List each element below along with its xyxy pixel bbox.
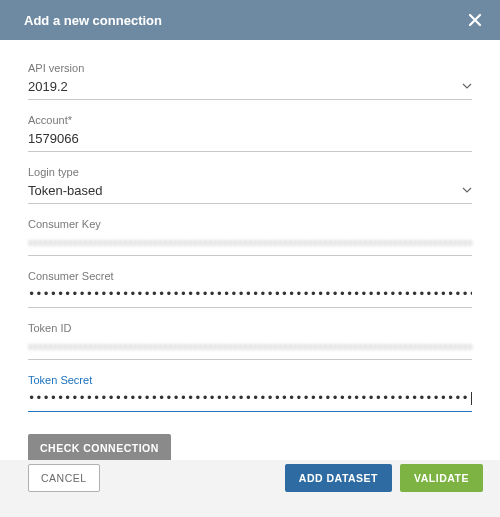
dialog-body: API version 2019.2 Account* 1579066 Logi… <box>0 40 500 460</box>
dialog-title: Add a new connection <box>24 13 162 28</box>
login-type-label: Login type <box>28 166 472 178</box>
field-token-secret: Token Secret •••••••••••••••••••••••••••… <box>28 374 472 412</box>
token-id-value: xxxxxxxxxxxxxxxxxxxxxxxxxxxxxxxxxxxxxxxx… <box>28 341 472 352</box>
token-secret-label: Token Secret <box>28 374 472 386</box>
validate-button[interactable]: VALIDATE <box>400 464 483 492</box>
field-login-type: Login type Token-based <box>28 166 472 204</box>
cancel-button[interactable]: CANCEL <box>28 464 100 492</box>
add-dataset-button[interactable]: ADD DATASET <box>285 464 392 492</box>
field-api-version: API version 2019.2 <box>28 62 472 100</box>
consumer-key-input[interactable]: xxxxxxxxxxxxxxxxxxxxxxxxxxxxxxxxxxxxxxxx… <box>28 233 472 256</box>
account-value: 1579066 <box>28 131 79 146</box>
field-token-id: Token ID xxxxxxxxxxxxxxxxxxxxxxxxxxxxxxx… <box>28 322 472 360</box>
consumer-key-value: xxxxxxxxxxxxxxxxxxxxxxxxxxxxxxxxxxxxxxxx… <box>28 237 472 248</box>
close-icon <box>468 13 482 27</box>
check-connection-button[interactable]: CHECK CONNECTION <box>28 434 171 462</box>
text-caret <box>471 392 472 405</box>
consumer-secret-input[interactable]: ••••••••••••••••••••••••••••••••••••••••… <box>28 285 472 308</box>
field-consumer-key: Consumer Key xxxxxxxxxxxxxxxxxxxxxxxxxxx… <box>28 218 472 256</box>
account-input[interactable]: 1579066 <box>28 129 472 152</box>
dialog-footer: CANCEL ADD DATASET VALIDATE <box>0 460 500 496</box>
api-version-label: API version <box>28 62 472 74</box>
login-type-value: Token-based <box>28 183 102 198</box>
token-secret-input[interactable]: ••••••••••••••••••••••••••••••••••••••••… <box>28 389 472 412</box>
close-button[interactable] <box>468 13 482 27</box>
dialog-header: Add a new connection <box>0 0 500 40</box>
field-account: Account* 1579066 <box>28 114 472 152</box>
chevron-down-icon <box>462 79 472 94</box>
footer-right-group: ADD DATASET VALIDATE <box>285 464 483 492</box>
login-type-select[interactable]: Token-based <box>28 181 472 204</box>
token-secret-value: ••••••••••••••••••••••••••••••••••••••••… <box>28 391 470 405</box>
api-version-select[interactable]: 2019.2 <box>28 77 472 100</box>
api-version-value: 2019.2 <box>28 79 68 94</box>
field-consumer-secret: Consumer Secret ••••••••••••••••••••••••… <box>28 270 472 308</box>
consumer-secret-label: Consumer Secret <box>28 270 472 282</box>
chevron-down-icon <box>462 183 472 198</box>
consumer-secret-value: ••••••••••••••••••••••••••••••••••••••••… <box>28 287 472 301</box>
dialog-add-connection: Add a new connection API version 2019.2 … <box>0 0 500 517</box>
token-id-label: Token ID <box>28 322 472 334</box>
token-id-input[interactable]: xxxxxxxxxxxxxxxxxxxxxxxxxxxxxxxxxxxxxxxx… <box>28 337 472 360</box>
consumer-key-label: Consumer Key <box>28 218 472 230</box>
account-label: Account* <box>28 114 472 126</box>
